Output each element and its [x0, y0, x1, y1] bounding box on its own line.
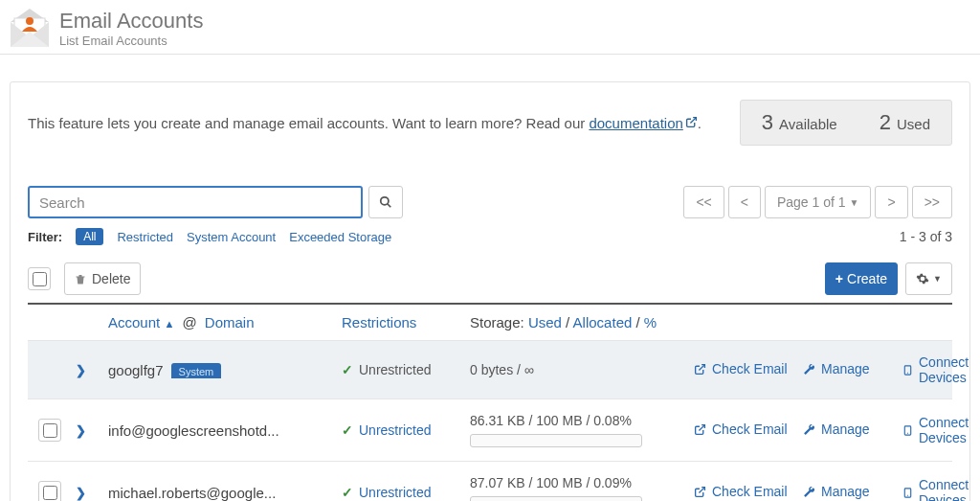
search-button[interactable]: [368, 186, 403, 218]
page-header: Email Accounts List Email Accounts: [0, 0, 980, 55]
filter-restricted[interactable]: Restricted: [117, 230, 173, 244]
col-storage: Storage: Used / Allocated / %: [470, 314, 690, 330]
restriction-cell[interactable]: ✓Unrestricted: [342, 422, 466, 438]
device-icon: [902, 423, 913, 438]
storage-text: 87.07 KB / 100 MB / 0.09%: [470, 475, 690, 490]
row-checkbox-wrap[interactable]: [38, 419, 61, 442]
account-cell: googlfg7System: [108, 362, 338, 378]
page-subtitle: List Email Accounts: [59, 34, 203, 48]
intro-text: This feature lets you create and manage …: [28, 115, 702, 131]
col-restrictions[interactable]: Restrictions: [342, 314, 466, 330]
action-bar: Delete + Create ▼: [28, 262, 952, 305]
filter-exceeded[interactable]: Exceeded Storage: [289, 230, 391, 244]
page-last-button[interactable]: >>: [912, 186, 952, 218]
account-stats: 3 Available 2 Used: [740, 100, 952, 146]
storage-progress-bar: [470, 496, 642, 501]
page-title: Email Accounts: [59, 9, 203, 34]
plus-icon: +: [835, 271, 843, 286]
used-label: Used: [897, 116, 930, 132]
delete-button[interactable]: Delete: [64, 262, 141, 295]
stat-available: 3 Available: [741, 110, 858, 135]
search-input[interactable]: [28, 186, 363, 218]
stat-used: 2 Used: [858, 110, 951, 135]
create-label: Create: [847, 271, 887, 286]
row-checkbox[interactable]: [43, 423, 57, 438]
svg-line-8: [699, 364, 704, 370]
storage-text: 0 bytes / ∞: [470, 362, 690, 377]
row-checkbox[interactable]: [43, 486, 57, 500]
svg-line-5: [690, 117, 696, 123]
table-header: Account ▲ @ Domain Restrictions Storage:…: [28, 305, 952, 340]
caret-down-icon: ▼: [933, 274, 942, 284]
connect-devices-link[interactable]: Connect Devices: [902, 477, 969, 501]
filter-all[interactable]: All: [76, 228, 103, 245]
filter-label: Filter:: [28, 230, 62, 244]
restriction-text: Unrestricted: [359, 422, 431, 438]
intro-row: This feature lets you create and manage …: [28, 100, 952, 146]
sort-asc-icon: ▲: [164, 318, 174, 330]
filter-system[interactable]: System Account: [187, 230, 276, 244]
page-first-button[interactable]: <<: [683, 186, 724, 218]
device-icon: [902, 486, 913, 500]
external-link-icon: [694, 423, 706, 436]
connect-devices-link[interactable]: Connect Devices: [902, 415, 969, 445]
select-all-wrap[interactable]: [28, 267, 51, 290]
storage-progress-bar: [470, 434, 642, 447]
page-next-button[interactable]: >: [875, 186, 907, 218]
col-account[interactable]: Account ▲ @ Domain: [108, 314, 338, 330]
account-cell: info@googlescreenshotd...: [108, 422, 338, 439]
settings-dropdown-button[interactable]: ▼: [905, 262, 952, 295]
external-link-icon: [685, 115, 698, 131]
create-button[interactable]: + Create: [825, 262, 898, 295]
table-row: ❯info@googlescreenshotd...✓Unrestricted8…: [28, 399, 952, 461]
svg-point-6: [381, 197, 389, 205]
svg-line-11: [699, 424, 704, 430]
available-label: Available: [779, 116, 837, 132]
table-row: ❯googlfg7System✓Unrestricted0 bytes / ∞C…: [28, 340, 952, 399]
page-label: Page 1 of 1: [777, 194, 846, 210]
wrench-icon: [803, 486, 815, 498]
available-count: 3: [762, 110, 773, 135]
check-email-link[interactable]: Check Email: [694, 361, 788, 376]
page-prev-button[interactable]: <: [728, 186, 761, 218]
check-email-link[interactable]: Check Email: [694, 421, 788, 437]
external-link-icon: [694, 363, 706, 376]
storage-cell: 0 bytes / ∞: [470, 362, 690, 377]
device-icon: [902, 363, 913, 377]
manage-link[interactable]: Manage: [803, 421, 870, 437]
email-accounts-icon: [8, 6, 52, 50]
gear-icon: [916, 272, 929, 285]
main-panel: This feature lets you create and manage …: [10, 81, 970, 501]
storage-cell: 87.07 KB / 100 MB / 0.09%: [470, 475, 690, 501]
table-body: ❯googlfg7System✓Unrestricted0 bytes / ∞C…: [28, 340, 952, 501]
search-icon: [379, 195, 392, 209]
page-label-button[interactable]: Page 1 of 1 ▼: [765, 186, 872, 218]
account-cell: michael.roberts@google...: [108, 485, 338, 501]
check-icon: ✓: [342, 485, 353, 500]
check-icon: ✓: [342, 422, 353, 438]
connect-devices-link[interactable]: Connect Devices: [902, 354, 969, 385]
expand-row-chevron[interactable]: ❯: [76, 423, 104, 438]
restriction-cell: ✓Unrestricted: [342, 362, 466, 377]
manage-link[interactable]: Manage: [803, 484, 870, 499]
table-row: ❯michael.roberts@google...✓Unrestricted8…: [28, 461, 952, 501]
pagination: << < Page 1 of 1 ▼ > >>: [683, 186, 952, 218]
delete-label: Delete: [92, 271, 130, 286]
result-range: 1 - 3 of 3: [900, 229, 952, 244]
search-row: << < Page 1 of 1 ▼ > >>: [28, 186, 952, 218]
restriction-text: Unrestricted: [359, 362, 431, 377]
svg-point-4: [26, 17, 33, 25]
wrench-icon: [803, 363, 815, 376]
restriction-cell[interactable]: ✓Unrestricted: [342, 485, 466, 500]
manage-link[interactable]: Manage: [803, 361, 870, 376]
used-count: 2: [880, 110, 891, 135]
documentation-link[interactable]: documentation: [589, 115, 682, 131]
intro-text-after: .: [698, 115, 702, 131]
filter-row: Filter: All Restricted System Account Ex…: [28, 228, 952, 245]
expand-row-chevron[interactable]: ❯: [76, 486, 104, 500]
row-checkbox-wrap[interactable]: [38, 481, 61, 501]
check-email-link[interactable]: Check Email: [694, 484, 788, 499]
intro-text-before: This feature lets you create and manage …: [28, 115, 589, 131]
expand-row-chevron[interactable]: ❯: [76, 363, 104, 377]
select-all-checkbox[interactable]: [33, 272, 47, 286]
